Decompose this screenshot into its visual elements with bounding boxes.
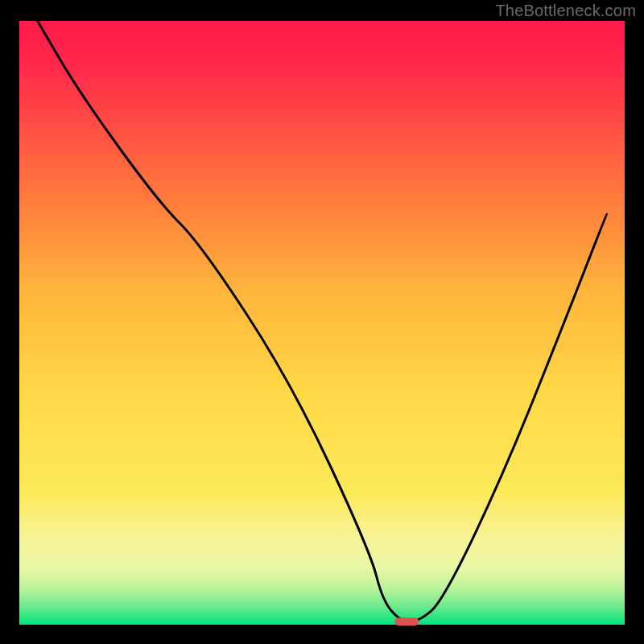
bottleneck-chart: TheBottleneck.com [0,0,644,644]
optimum-marker [394,617,419,625]
watermark-text: TheBottleneck.com [495,2,636,20]
chart-background [19,21,625,625]
chart-svg [0,0,644,644]
